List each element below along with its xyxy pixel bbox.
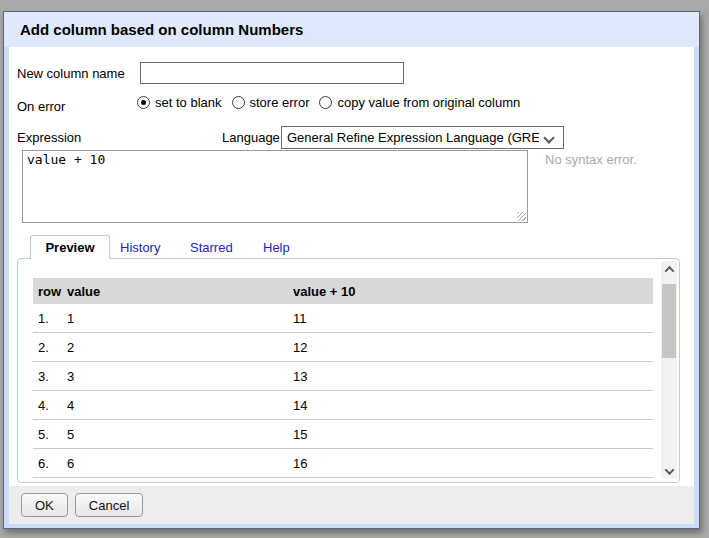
result-cell: 12	[293, 340, 653, 355]
expression-label: Expression	[17, 130, 81, 145]
radio-label: store error	[250, 95, 310, 110]
new-column-name-label: New column name	[17, 66, 125, 81]
value-cell: 2	[67, 340, 293, 355]
on-error-label: On error	[17, 99, 65, 114]
resize-grip-icon[interactable]	[517, 212, 526, 221]
radio-option-copy-value[interactable]: copy value from original column	[319, 95, 520, 110]
new-column-name-input[interactable]	[140, 62, 404, 84]
result-cell: 13	[293, 369, 653, 384]
tab-history[interactable]: History	[120, 240, 160, 255]
add-column-dialog: Add column based on column Numbers New c…	[3, 11, 700, 529]
table-row: 3. 3 13	[33, 362, 653, 391]
expression-editor: value + 10	[22, 150, 528, 223]
dialog-body: New column name On error set to blank st…	[9, 47, 694, 523]
table-row: 2. 2 12	[33, 333, 653, 362]
on-error-radio-group: set to blank store error copy value from…	[137, 95, 520, 110]
scroll-down-button[interactable]	[661, 463, 677, 479]
expression-textarea[interactable]: value + 10	[22, 150, 528, 223]
value-cell: 5	[67, 427, 293, 442]
table-header-row: row value value + 10	[33, 278, 653, 304]
row-index-cell: 4.	[33, 398, 67, 413]
result-cell: 16	[293, 456, 653, 471]
radio-label: copy value from original column	[337, 95, 520, 110]
scroll-up-button[interactable]	[661, 261, 677, 277]
result-cell: 15	[293, 427, 653, 442]
row-index-cell: 5.	[33, 427, 67, 442]
value-cell: 3	[67, 369, 293, 384]
scrollbar[interactable]	[661, 261, 677, 479]
radio-label: set to blank	[155, 95, 222, 110]
dialog-footer: OK Cancel	[9, 486, 694, 524]
radio-option-store-error[interactable]: store error	[232, 95, 310, 110]
cancel-button[interactable]: Cancel	[75, 493, 143, 517]
table-row: 4. 4 14	[33, 391, 653, 420]
tab-help[interactable]: Help	[263, 240, 290, 255]
tab-preview[interactable]: Preview	[30, 235, 110, 259]
row-index-cell: 2.	[33, 340, 67, 355]
value-cell: 1	[67, 311, 293, 326]
row-index-cell: 3.	[33, 369, 67, 384]
syntax-status-text: No syntax error.	[545, 152, 637, 167]
radio-button-icon[interactable]	[137, 96, 150, 109]
table-row: 5. 5 15	[33, 420, 653, 449]
result-cell: 14	[293, 398, 653, 413]
dialog-title: Add column based on column Numbers	[4, 12, 699, 47]
row-index-cell: 6.	[33, 456, 67, 471]
preview-panel: row value value + 10 1. 1 11 2. 2 12 3. …	[17, 258, 680, 483]
preview-table: row value value + 10 1. 1 11 2. 2 12 3. …	[33, 278, 653, 478]
language-select[interactable]: General Refine Expression Language (GREL…	[281, 126, 564, 149]
scrollbar-thumb[interactable]	[662, 284, 676, 358]
radio-button-icon[interactable]	[232, 96, 245, 109]
ok-button[interactable]: OK	[21, 493, 68, 517]
chevron-down-icon	[664, 465, 674, 475]
result-cell: 11	[293, 311, 653, 326]
language-label: Language	[222, 130, 280, 145]
column-header-result: value + 10	[293, 284, 653, 299]
table-row: 1. 1 11	[33, 304, 653, 333]
value-cell: 4	[67, 398, 293, 413]
chevron-up-icon	[664, 265, 674, 275]
radio-option-set-to-blank[interactable]: set to blank	[137, 95, 222, 110]
table-row: 6. 6 16	[33, 449, 653, 478]
tab-starred[interactable]: Starred	[190, 240, 233, 255]
column-header-row: row	[33, 284, 67, 299]
value-cell: 6	[67, 456, 293, 471]
column-header-value: value	[67, 284, 293, 299]
row-index-cell: 1.	[33, 311, 67, 326]
radio-button-icon[interactable]	[319, 96, 332, 109]
